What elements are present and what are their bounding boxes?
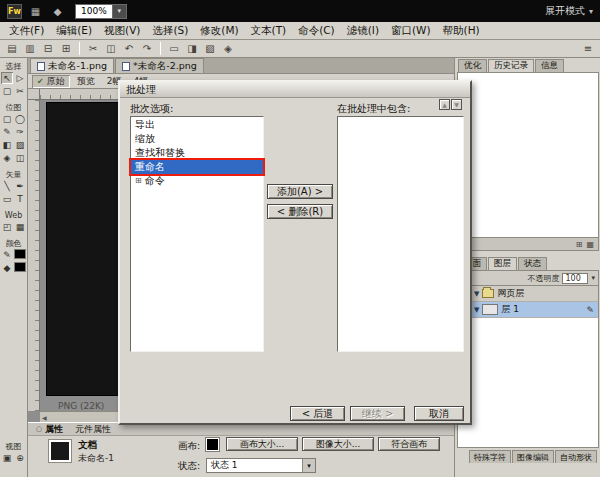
chevron-down-icon[interactable]: ▾	[302, 459, 315, 472]
image-size-button[interactable]: 图像大小...	[302, 437, 374, 451]
cut-icon[interactable]: ✂	[84, 41, 102, 56]
subselection-tool[interactable]: ▷	[14, 72, 26, 84]
new-document-icon[interactable]: ▤	[3, 41, 21, 56]
eraser-tool[interactable]: ◧	[1, 139, 13, 151]
document-tab-1[interactable]: 未命名-1.png	[30, 58, 114, 73]
marquee-tool[interactable]: ▢	[1, 113, 13, 125]
layer-row-web[interactable]: ▼ 网页层	[457, 286, 599, 302]
brush-tool[interactable]: ✎	[1, 126, 13, 138]
document-tab-2[interactable]: *未命名-2.png	[115, 58, 204, 73]
copy-icon[interactable]: ◫	[102, 41, 120, 56]
batch-options-list[interactable]: 导出 缩放 查找和替换 重命名 ⊞ 命令	[130, 116, 264, 352]
menu-file[interactable]: 文件(F)	[3, 24, 50, 38]
trash-icon[interactable]: ▦	[586, 240, 594, 249]
line-tool[interactable]: ╲	[1, 180, 13, 192]
back-button[interactable]: < 后退	[290, 406, 345, 421]
add-button[interactable]: 添加(A) >	[267, 184, 333, 199]
continue-button[interactable]: 继续 >	[350, 406, 405, 421]
app-switch-icon[interactable]: ◆	[49, 4, 66, 19]
layers-panel-body	[457, 318, 599, 448]
canvas-color-swatch[interactable]	[206, 438, 219, 451]
stroke-color-swatch[interactable]	[14, 249, 26, 259]
menu-help[interactable]: 帮助(H)	[437, 24, 486, 38]
layers-panel-tabs: 页面 图层 状态	[455, 256, 600, 270]
tab-history[interactable]: 历史记录	[488, 59, 534, 72]
batch-option-scale[interactable]: 缩放	[131, 132, 263, 146]
add-icon[interactable]: ⊞	[576, 240, 583, 249]
lasso-tool[interactable]: ◯	[14, 113, 26, 125]
undo-icon[interactable]: ↶	[120, 41, 138, 56]
chevron-down-icon[interactable]: ▼	[474, 290, 479, 298]
tab-states[interactable]: 状态	[518, 257, 547, 270]
menu-icon[interactable]: ≡	[579, 41, 597, 56]
tab-optimize[interactable]: 优化	[458, 59, 487, 72]
gradient-icon[interactable]: ◨	[183, 41, 201, 56]
menu-text[interactable]: 文本(T)	[245, 24, 293, 38]
chevron-down-icon[interactable]: ▼	[474, 306, 479, 314]
pencil-icon: ✎	[586, 305, 594, 315]
tab-auto-shapes[interactable]: 自动形状	[555, 450, 597, 463]
view-mode-original[interactable]: ✔ 原始	[32, 75, 70, 88]
layer-row-1[interactable]: ▼ 层 1 ✎	[457, 302, 599, 318]
opacity-input[interactable]: 100	[562, 273, 588, 284]
rectangle-tool[interactable]: ▭	[1, 193, 13, 205]
remove-button[interactable]: < 删除(R)	[267, 204, 333, 219]
batch-option-export[interactable]: 导出	[131, 118, 263, 132]
crop-tool[interactable]: ✂	[14, 85, 26, 97]
pen-tool[interactable]: ✒	[14, 180, 26, 192]
pointer-tool[interactable]: ↖	[1, 72, 13, 84]
blur-tool[interactable]: ▨	[14, 139, 26, 151]
canvas-size-button[interactable]: 画布大小...	[226, 437, 298, 451]
fill-color-swatch[interactable]	[14, 262, 26, 272]
batch-option-find-replace[interactable]: 查找和替换	[131, 146, 263, 160]
tab-special-characters[interactable]: 特殊字符	[469, 450, 511, 463]
open-icon[interactable]: ▥	[21, 41, 39, 56]
tab-layers[interactable]: 图层	[488, 257, 517, 270]
state-select[interactable]: 状态 1 ▾	[206, 458, 316, 473]
save-icon[interactable]: ⊟	[39, 41, 57, 56]
tab-info[interactable]: 信息	[535, 59, 564, 72]
scale-tool[interactable]: ▢	[1, 85, 13, 97]
move-down-button[interactable]: ▼	[451, 99, 462, 110]
hotspot-tool[interactable]: ◰	[1, 221, 13, 233]
menu-modify[interactable]: 修改(M)	[194, 24, 244, 38]
rubber-stamp-tool[interactable]: ◈	[1, 152, 13, 164]
layout-grid-icon[interactable]: ▦	[27, 4, 44, 19]
pattern-icon[interactable]: ▧	[201, 41, 219, 56]
shape-icon[interactable]: ◈	[219, 41, 237, 56]
menu-filters[interactable]: 滤镜(I)	[341, 24, 385, 38]
fit-canvas-button[interactable]: 符合画布	[378, 437, 440, 451]
gradient-tool[interactable]: ◫	[14, 152, 26, 164]
toolbox-section-view-label: 视图	[6, 441, 22, 452]
slice-tool[interactable]: ▦	[14, 221, 26, 233]
tab-image-editing[interactable]: 图像编辑	[512, 450, 554, 463]
text-tool[interactable]: T	[14, 193, 26, 205]
tab-symbol-properties[interactable]: 元件属性	[75, 423, 111, 436]
chevron-down-icon[interactable]: ▾	[113, 4, 127, 19]
batch-option-commands[interactable]: ⊞ 命令	[131, 174, 263, 188]
move-up-button[interactable]: ▲	[439, 99, 450, 110]
pencil-tool[interactable]: ✑	[14, 126, 26, 138]
tab-properties[interactable]: ○ 属性	[36, 423, 63, 436]
chevron-down-icon[interactable]: ▾	[591, 274, 595, 282]
redo-icon[interactable]: ↷	[138, 41, 156, 56]
screen-mode-tool[interactable]: ▣	[1, 452, 13, 464]
menu-select[interactable]: 选择(S)	[146, 24, 194, 38]
menu-view[interactable]: 视图(V)	[98, 24, 146, 38]
view-mode-preview[interactable]: 预览	[72, 75, 100, 88]
include-in-batch-list[interactable]	[337, 116, 464, 352]
rectangle-icon[interactable]: ▭	[165, 41, 183, 56]
menu-edit[interactable]: 编辑(E)	[50, 24, 98, 38]
scroll-left-icon[interactable]: ◀	[42, 414, 47, 421]
workspace-mode-menu[interactable]: 展开模式 ▾	[545, 4, 593, 18]
import-icon[interactable]: ⊞	[57, 41, 75, 56]
vertical-ruler[interactable]	[28, 100, 40, 411]
menu-window[interactable]: 窗口(W)	[385, 24, 437, 38]
expander-icon[interactable]: ⊞	[135, 174, 142, 188]
cancel-button[interactable]: 取消	[414, 406, 464, 421]
document-tab-bar: 未命名-1.png *未命名-2.png	[28, 58, 454, 74]
zoom-tool[interactable]: ⊕	[14, 452, 26, 464]
menu-commands[interactable]: 命令(C)	[292, 24, 341, 38]
zoom-select[interactable]: 100% ▾	[75, 4, 127, 19]
batch-option-rename[interactable]: 重命名	[131, 160, 263, 174]
